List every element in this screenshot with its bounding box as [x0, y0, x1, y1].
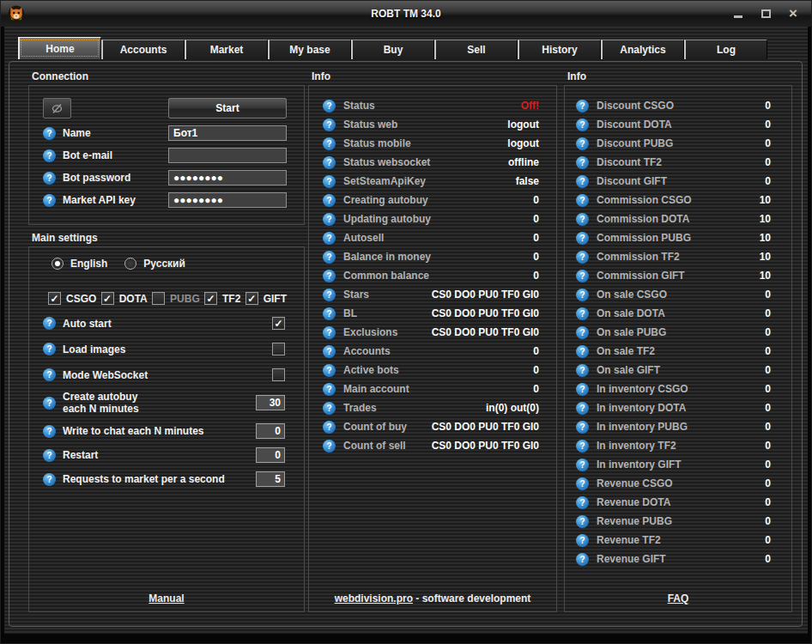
game-checkbox-option[interactable]: PUBG [152, 292, 200, 305]
help-icon[interactable] [576, 232, 589, 245]
tab[interactable]: Buy [351, 39, 434, 59]
tab[interactable]: Log [684, 39, 767, 59]
text-input[interactable] [168, 192, 287, 208]
game-checkbox-option[interactable]: GIFT [245, 292, 287, 305]
help-icon[interactable] [323, 213, 336, 226]
help-icon[interactable] [576, 383, 589, 396]
tab[interactable]: Analytics [601, 39, 684, 59]
webdivision-link[interactable]: webdivision.pro [335, 592, 413, 605]
minimize-button[interactable] [732, 8, 744, 20]
help-icon[interactable] [576, 251, 589, 264]
help-icon[interactable] [323, 421, 336, 434]
help-icon[interactable] [43, 343, 56, 355]
faq-link[interactable]: FAQ [668, 592, 689, 605]
help-icon[interactable] [43, 149, 56, 162]
radio-icon[interactable] [124, 258, 136, 270]
help-icon[interactable] [576, 459, 589, 471]
help-icon[interactable] [576, 364, 589, 377]
help-icon[interactable] [43, 127, 56, 140]
help-icon[interactable] [576, 194, 589, 207]
help-icon[interactable] [323, 118, 336, 131]
help-icon[interactable] [576, 496, 589, 509]
help-icon[interactable] [323, 270, 336, 283]
help-icon[interactable] [576, 515, 589, 528]
number-input[interactable] [256, 395, 285, 410]
help-icon[interactable] [323, 326, 336, 339]
language-radio-option[interactable]: Русский [124, 258, 185, 270]
checkbox-icon[interactable] [245, 292, 258, 305]
help-icon[interactable] [43, 172, 56, 185]
checkbox-icon[interactable] [101, 292, 114, 305]
tab[interactable]: Home [18, 37, 101, 59]
maximize-button[interactable] [760, 8, 772, 20]
toggle-password-visibility-button[interactable] [43, 98, 71, 118]
help-icon[interactable] [43, 449, 56, 462]
checkbox-icon[interactable] [204, 292, 217, 305]
checkbox-icon[interactable] [272, 368, 285, 381]
help-icon[interactable] [576, 345, 589, 358]
help-icon[interactable] [576, 289, 589, 301]
help-icon[interactable] [323, 440, 336, 453]
tab[interactable]: Market [185, 39, 268, 59]
checkbox-icon[interactable] [48, 292, 61, 305]
help-icon[interactable] [323, 156, 336, 169]
help-icon[interactable] [576, 534, 589, 547]
tab[interactable]: Sell [434, 39, 518, 59]
help-icon[interactable] [323, 251, 336, 264]
help-icon[interactable] [576, 307, 589, 320]
info-row: In inventory CSGO 0 [565, 380, 791, 398]
game-checkbox-option[interactable]: CSGO [48, 292, 96, 305]
number-input[interactable] [256, 447, 285, 463]
checkbox-icon[interactable] [272, 317, 285, 330]
help-icon[interactable] [323, 194, 336, 207]
tab[interactable]: My base [268, 39, 351, 59]
help-icon[interactable] [323, 364, 336, 377]
text-input[interactable] [168, 125, 287, 141]
help-icon[interactable] [576, 421, 589, 434]
help-icon[interactable] [576, 440, 589, 453]
help-icon[interactable] [323, 345, 336, 358]
manual-link[interactable]: Manual [148, 592, 184, 605]
help-icon[interactable] [323, 175, 336, 188]
help-icon[interactable] [576, 402, 589, 415]
number-input[interactable] [256, 423, 285, 439]
tab[interactable]: History [518, 39, 601, 59]
help-icon[interactable] [576, 100, 589, 112]
help-icon[interactable] [323, 232, 336, 245]
help-icon[interactable] [43, 473, 56, 486]
titlebar[interactable]: ROBT TM 34.0 × [1, 1, 811, 27]
help-icon[interactable] [323, 402, 336, 415]
start-button[interactable]: Start [168, 98, 287, 118]
help-icon[interactable] [576, 213, 589, 226]
help-icon[interactable] [323, 100, 336, 112]
game-checkbox-option[interactable]: DOTA [101, 292, 148, 305]
help-icon[interactable] [43, 317, 56, 330]
help-icon[interactable] [576, 270, 589, 283]
help-icon[interactable] [43, 368, 56, 381]
checkbox-icon[interactable] [272, 343, 285, 355]
text-input[interactable] [168, 148, 287, 163]
close-button[interactable]: × [787, 8, 799, 20]
text-input[interactable] [168, 170, 287, 185]
help-icon[interactable] [43, 397, 56, 410]
language-radio-option[interactable]: English [52, 258, 107, 270]
radio-icon[interactable] [52, 258, 64, 270]
help-icon[interactable] [576, 137, 589, 150]
tab[interactable]: Accounts [101, 39, 185, 59]
info-rows: Status Off! Status web logout [309, 96, 556, 455]
help-icon[interactable] [323, 307, 336, 320]
help-icon[interactable] [576, 477, 589, 490]
help-icon[interactable] [323, 289, 336, 301]
number-input[interactable] [256, 471, 285, 487]
help-icon[interactable] [43, 194, 56, 207]
help-icon[interactable] [323, 137, 336, 150]
help-icon[interactable] [576, 175, 589, 188]
help-icon[interactable] [43, 425, 56, 438]
help-icon[interactable] [576, 553, 589, 566]
help-icon[interactable] [576, 326, 589, 339]
help-icon[interactable] [576, 118, 589, 131]
help-icon[interactable] [576, 156, 589, 169]
checkbox-icon[interactable] [152, 292, 165, 305]
help-icon[interactable] [323, 383, 336, 396]
game-checkbox-option[interactable]: TF2 [204, 292, 240, 305]
